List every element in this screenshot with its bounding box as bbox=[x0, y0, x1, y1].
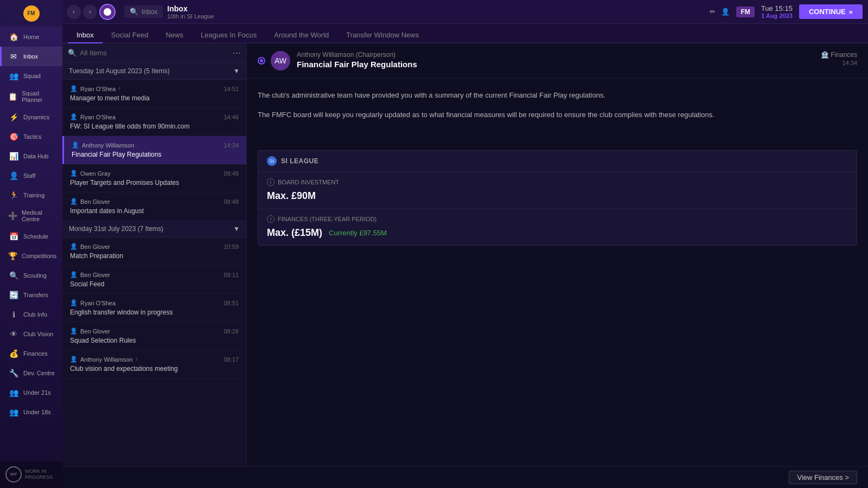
data-hub-icon: 📊 bbox=[8, 151, 19, 162]
schedule-icon: 📅 bbox=[8, 231, 19, 242]
finances-currently: Currently £97.55M bbox=[329, 229, 387, 237]
board-investment-info-icon: i bbox=[267, 178, 275, 186]
sidebar-label-dev-centre: Dev. Centre bbox=[23, 370, 55, 376]
global-search[interactable]: 🔍 Inbox bbox=[124, 5, 163, 18]
person-icon-5: 👤 bbox=[70, 198, 78, 205]
detail-header-info: Anthony Williamson (Chairperson) Financi… bbox=[297, 51, 814, 69]
topbar: ‹ › 🔍 Inbox Inbox 10th in SI League ✏ 👤 … bbox=[62, 0, 868, 24]
sidebar-item-club-vision[interactable]: 👁 Club Vision bbox=[0, 324, 62, 344]
msg-subject-8: English transfer window in progress bbox=[70, 309, 239, 316]
msg-subject-10: Club vision and expectations meeting bbox=[70, 365, 239, 373]
sidebar-label-dynamics: Dynamics bbox=[23, 114, 49, 120]
view-finances-button[interactable]: View Finances > bbox=[789, 471, 857, 484]
club-info-icon: ℹ bbox=[8, 309, 19, 320]
sidebar-label-training: Training bbox=[23, 192, 44, 198]
msg-subject-4: Player Targets and Promises Updates bbox=[70, 179, 239, 187]
back-button[interactable]: ‹ bbox=[67, 5, 81, 19]
detail-body-para1: The club's administrative team have prov… bbox=[258, 89, 857, 101]
collapse-icon-tuesday: ▼ bbox=[233, 67, 240, 75]
finances-icon-small: 🏦 bbox=[821, 51, 829, 59]
inbox-day-header-monday[interactable]: Monday 31st July 2023 (7 Items) ▼ bbox=[62, 221, 246, 237]
sidebar-item-staff[interactable]: 👤 Staff bbox=[0, 166, 62, 185]
sidebar-logo: FM bbox=[0, 0, 62, 27]
page-subtitle: 10th in SI League bbox=[167, 13, 214, 20]
sidebar-item-training[interactable]: 🏃 Training bbox=[0, 185, 62, 205]
scouting-icon: 🔍 bbox=[8, 270, 19, 281]
inbox-message-4[interactable]: 👤 Owen Gray 09:48 Player Targets and Pro… bbox=[62, 164, 246, 192]
active-view-indicator bbox=[99, 4, 116, 20]
forward-button[interactable]: › bbox=[83, 5, 97, 19]
tab-inbox[interactable]: Inbox bbox=[68, 28, 103, 43]
sidebar-item-scouting[interactable]: 🔍 Scouting bbox=[0, 266, 62, 285]
tab-news[interactable]: News bbox=[157, 28, 192, 43]
sidebar-item-club-info[interactable]: ℹ Club Info bbox=[0, 305, 62, 324]
league-name: SI LEAGUE bbox=[281, 157, 318, 165]
finances-value-row: Max. (£15M) Currently £97.55M bbox=[267, 227, 848, 239]
datetime-display: Tue 15:15 1 Aug 2023 bbox=[761, 4, 793, 19]
sidebar-item-finances[interactable]: 💰 Finances bbox=[0, 344, 62, 363]
msg-time-9: 08:26 bbox=[224, 328, 239, 335]
inbox-message-10[interactable]: 👤 Anthony Williamson ↑ 08:17 Club vision… bbox=[62, 350, 246, 378]
tab-transfer-window-news[interactable]: Transfer Window News bbox=[337, 28, 427, 43]
inbox-message-8[interactable]: 👤 Ryan O'Shea 08:51 English transfer win… bbox=[62, 294, 246, 322]
person-icon-2: 👤 bbox=[70, 113, 78, 120]
user-icon[interactable]: 👤 bbox=[721, 8, 730, 16]
person-icon-9: 👤 bbox=[70, 328, 78, 335]
msg-sender-5: 👤 Ben Glover bbox=[70, 198, 110, 205]
sidebar-label-schedule: Schedule bbox=[23, 233, 48, 240]
sidebar-item-inbox[interactable]: ✉ Inbox bbox=[0, 47, 62, 66]
sidebar-item-under-21s[interactable]: 👥 Under 21s bbox=[0, 383, 62, 402]
sidebar-item-squad[interactable]: 👥 Squad bbox=[0, 66, 62, 86]
training-icon: 🏃 bbox=[8, 190, 19, 201]
sidebar-item-schedule[interactable]: 📅 Schedule bbox=[0, 227, 62, 246]
sidebar-label-transfers: Transfers bbox=[23, 292, 48, 298]
inbox-message-3[interactable]: 👤 Anthony Williamson 14:34 Financial Fai… bbox=[62, 136, 246, 164]
inbox-message-5[interactable]: 👤 Ben Glover 08:48 Important dates in Au… bbox=[62, 192, 246, 221]
sidebar-label-medical: Medical Centre bbox=[22, 209, 56, 222]
ffp-card: SI SI LEAGUE i BOARD INVESTMENT Max. £90… bbox=[258, 150, 857, 246]
tab-social-feed[interactable]: Social Feed bbox=[103, 28, 157, 43]
si-league-icon: SI bbox=[267, 156, 277, 166]
tab-around-the-world[interactable]: Around the World bbox=[265, 28, 337, 43]
inbox-search-bar[interactable]: 🔍 ⋯ bbox=[62, 43, 246, 63]
inbox-message-2[interactable]: 👤 Ryan O'Shea 14:46 FW: SI League title … bbox=[62, 108, 246, 136]
msg-subject-5: Important dates in August bbox=[70, 207, 239, 215]
inbox-message-9[interactable]: 👤 Ben Glover 08:26 Squad Selection Rules bbox=[62, 322, 246, 350]
under-21s-icon: 👥 bbox=[8, 387, 19, 398]
inbox-message-7[interactable]: 👤 Ben Glover 09:11 Social Feed bbox=[62, 266, 246, 294]
sidebar-label-club-info: Club Info bbox=[23, 311, 47, 318]
inbox-icon: ✉ bbox=[8, 51, 19, 62]
inbox-message-6[interactable]: 👤 Ben Glover 10:59 Match Preparation bbox=[62, 237, 246, 266]
detail-header-right: 🏦 Finances 14:34 bbox=[821, 51, 857, 66]
sidebar-item-dev-centre[interactable]: 🔧 Dev. Centre bbox=[0, 363, 62, 383]
sidebar-item-squad-planner[interactable]: 📋 Squad Planner bbox=[0, 86, 62, 107]
sidebar-item-under-18s[interactable]: 👥 Under 18s bbox=[0, 402, 62, 422]
inbox-filter-button[interactable]: ⋯ bbox=[232, 48, 241, 58]
dynamics-icon: ⚡ bbox=[8, 112, 19, 123]
edit-icon[interactable]: ✏ bbox=[710, 8, 716, 16]
sidebar-item-competitions[interactable]: 🏆 Competitions bbox=[0, 246, 62, 266]
msg-subject-6: Match Preparation bbox=[70, 252, 239, 260]
sidebar-item-transfers[interactable]: 🔄 Transfers bbox=[0, 285, 62, 305]
msg-arrow-1: ↑ bbox=[118, 86, 121, 92]
sidebar-label-club-vision: Club Vision bbox=[23, 331, 53, 337]
sidebar-item-tactics[interactable]: 🎯 Tactics bbox=[0, 127, 62, 146]
sidebar-label-squad: Squad bbox=[23, 73, 41, 79]
continue-button[interactable]: CONTINUE » bbox=[799, 4, 863, 19]
tab-leagues-in-focus[interactable]: Leagues In Focus bbox=[192, 28, 265, 43]
sidebar-item-dynamics[interactable]: ⚡ Dynamics bbox=[0, 107, 62, 127]
topbar-navigation: ‹ › bbox=[62, 4, 120, 20]
sidebar-item-medical[interactable]: ➕ Medical Centre bbox=[0, 205, 62, 227]
person-icon-8: 👤 bbox=[70, 299, 78, 306]
sidebar-item-home[interactable]: 🏠 Home bbox=[0, 27, 62, 47]
sidebar-label-finances: Finances bbox=[23, 350, 48, 357]
home-icon: 🏠 bbox=[8, 31, 19, 42]
sidebar-label-squad-planner: Squad Planner bbox=[22, 90, 56, 103]
finances-link[interactable]: 🏦 Finances bbox=[821, 51, 857, 59]
sidebar-item-data-hub[interactable]: 📊 Data Hub bbox=[0, 146, 62, 166]
inbox-day-header-tuesday[interactable]: Tuesday 1st August 2023 (5 Items) ▼ bbox=[62, 63, 246, 80]
club-crest: FM bbox=[23, 5, 40, 22]
inbox-search-input[interactable] bbox=[80, 49, 229, 57]
message-detail-panel: AW Anthony Williamson (Chairperson) Fina… bbox=[247, 43, 868, 488]
inbox-message-1[interactable]: 👤 Ryan O'Shea ↑ 14:51 Manager to meet th… bbox=[62, 80, 246, 108]
